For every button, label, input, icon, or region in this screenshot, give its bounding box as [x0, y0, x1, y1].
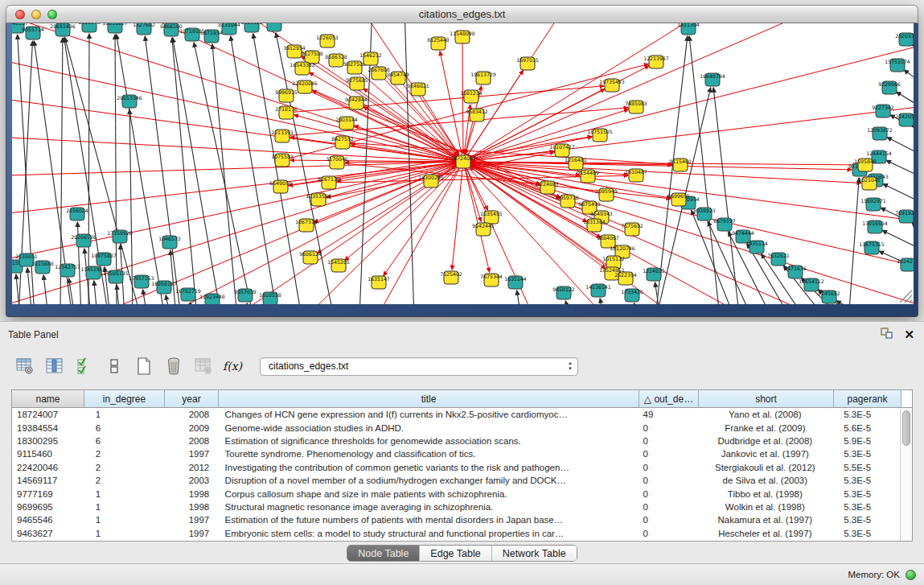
graph-edge[interactable] — [565, 301, 569, 304]
graph-node[interactable] — [267, 23, 281, 31]
graph-node-label: 9245652 — [818, 290, 840, 296]
table-cell: 1998 — [165, 489, 219, 499]
table-cell: Structural magnetic resonance image aver… — [219, 502, 639, 512]
function-builder-icon[interactable]: f(x) — [223, 360, 242, 373]
graph-edge[interactable] — [913, 44, 914, 72]
graph-edge[interactable] — [463, 89, 605, 162]
graph-node-label: 9115460 — [669, 159, 692, 164]
table-scrollbar[interactable] — [900, 408, 912, 541]
graph-edge[interactable] — [282, 108, 628, 136]
graph-edge[interactable] — [117, 35, 165, 304]
graph-node-label: 7485083 — [625, 101, 647, 106]
memory-status-indicator[interactable] — [906, 570, 916, 580]
graph-edge[interactable] — [517, 290, 521, 304]
graph-edge[interactable] — [194, 43, 253, 304]
graph-edge[interactable] — [836, 301, 877, 304]
column-header-short[interactable]: short — [699, 390, 834, 407]
network-window-titlebar[interactable]: citations_edges.txt — [6, 5, 918, 23]
graph-node-label: 1940557 — [12, 23, 28, 26]
graph-edge[interactable] — [27, 268, 32, 304]
canvas-resize-grip[interactable] — [900, 290, 912, 303]
table-row[interactable]: 1830029562008Estimation of significance … — [12, 435, 900, 447]
graph-edge[interactable] — [912, 222, 914, 257]
graph-edge[interactable] — [913, 125, 914, 152]
table-row[interactable]: 2242004622012Investigating the contribut… — [12, 461, 900, 474]
table-row[interactable]: 911546021997Tourette syndrome. Phenomeno… — [12, 447, 900, 460]
graph-node-label: 18751505 — [587, 129, 613, 134]
row-height-icon[interactable] — [104, 356, 125, 377]
graph-edge[interactable] — [886, 160, 914, 188]
table-row[interactable]: 977716911998Corpus callosum shape and si… — [12, 487, 900, 500]
select-rows-icon[interactable] — [74, 356, 95, 377]
table-row[interactable]: 946362711997Embryonic stem cells: a mode… — [12, 527, 900, 540]
table-cell: 0 — [639, 502, 698, 512]
tab-node-table[interactable]: Node Table — [347, 546, 420, 561]
graph-edge[interactable] — [94, 281, 97, 304]
graph-edge[interactable] — [634, 303, 638, 304]
delete-rows-icon[interactable] — [163, 356, 184, 377]
graph-edge[interactable] — [166, 295, 170, 304]
show-columns-icon[interactable] — [44, 356, 65, 377]
graph-node-label: 8267130 — [318, 176, 340, 182]
table-row[interactable]: 1872400712008Changes of HCN gene express… — [12, 408, 900, 421]
graph-edge[interactable] — [882, 230, 914, 261]
column-header-name[interactable]: name — [12, 390, 84, 407]
table-cell: 0 — [639, 423, 698, 433]
graph-edge[interactable] — [115, 35, 117, 304]
graph-node-label: 10853287 — [102, 23, 128, 26]
table-row[interactable]: 1456911722003Disruption of a novel membe… — [12, 474, 900, 487]
network-canvas[interactable]: 1940557905572420691436185087310853287152… — [12, 23, 914, 304]
graph-node-label: 22420046 — [292, 80, 318, 86]
float-panel-icon[interactable] — [881, 328, 893, 342]
new-table-icon[interactable] — [133, 356, 154, 377]
table-cell: 2003 — [165, 476, 219, 485]
table-cell: Genome-wide association studies in ADHD. — [219, 423, 639, 433]
zoom-window-button[interactable] — [47, 10, 57, 19]
column-header-in_degree[interactable]: in_degree — [84, 390, 165, 407]
graph-edge[interactable] — [88, 34, 89, 304]
graph-edge[interactable] — [43, 275, 48, 304]
table-cell: 0 — [639, 463, 698, 472]
network-svg: 1940557905572420691436185087310853287152… — [12, 23, 914, 304]
table-row[interactable]: 946554611997Estimation of the future num… — [12, 513, 900, 526]
graph-edge[interactable] — [600, 299, 604, 304]
graph-edge[interactable] — [463, 162, 914, 273]
column-header-pagerank[interactable]: pagerank — [834, 390, 901, 407]
table-cell: de Silva et al. (2003) — [697, 476, 832, 485]
graph-edge[interactable] — [904, 70, 914, 100]
graph-edge[interactable] — [655, 282, 660, 304]
graph-edge[interactable] — [253, 34, 302, 304]
table-row[interactable]: 1938455462009Genome-wide association stu… — [12, 421, 900, 434]
graph-node-label: 1535455 — [480, 211, 503, 216]
scrollbar-thumb[interactable] — [902, 410, 910, 446]
graph-edge[interactable] — [247, 303, 250, 304]
graph-edge[interactable] — [117, 285, 120, 304]
graph-edge[interactable] — [143, 290, 147, 304]
graph-edge[interactable] — [440, 51, 463, 162]
graph-node-label: 1581234 — [460, 90, 483, 96]
graph-edge[interactable] — [452, 162, 463, 270]
table-cell: 6 — [84, 423, 165, 433]
close-panel-icon[interactable]: ✕ — [904, 328, 914, 340]
minimize-window-button[interactable] — [31, 10, 41, 19]
column-header-title[interactable]: title — [219, 390, 639, 407]
column-header-year[interactable]: year — [165, 390, 219, 407]
table-settings-icon[interactable] — [14, 356, 35, 377]
table-cell: Dudbridge et al. (2008) — [697, 436, 832, 446]
table-cell: 9465546 — [12, 515, 84, 525]
tab-edge-table[interactable]: Edge Table — [420, 546, 491, 561]
graph-node-label: 1831364 — [583, 219, 606, 225]
graph-node-label: 1021045 — [858, 177, 881, 183]
column-header-out_de[interactable]: △ out_de… — [639, 390, 699, 407]
close-window-button[interactable] — [15, 10, 25, 19]
graph-node-label: 2803144 — [335, 117, 358, 122]
graph-edge[interactable] — [172, 38, 197, 304]
graph-node-label: 6549058 — [269, 180, 292, 186]
tab-network-table[interactable]: Network Table — [492, 546, 577, 561]
graph-edge[interactable] — [231, 36, 277, 304]
graph-edge[interactable] — [173, 38, 221, 304]
table-row[interactable]: 969969511998Structural magnetic resonanc… — [12, 501, 900, 513]
graph-node-label: 9357059 — [234, 289, 257, 295]
table-cell: 18300295 — [12, 436, 84, 446]
table-selector-dropdown[interactable]: citations_edges.txt ▲▼ — [260, 357, 578, 376]
